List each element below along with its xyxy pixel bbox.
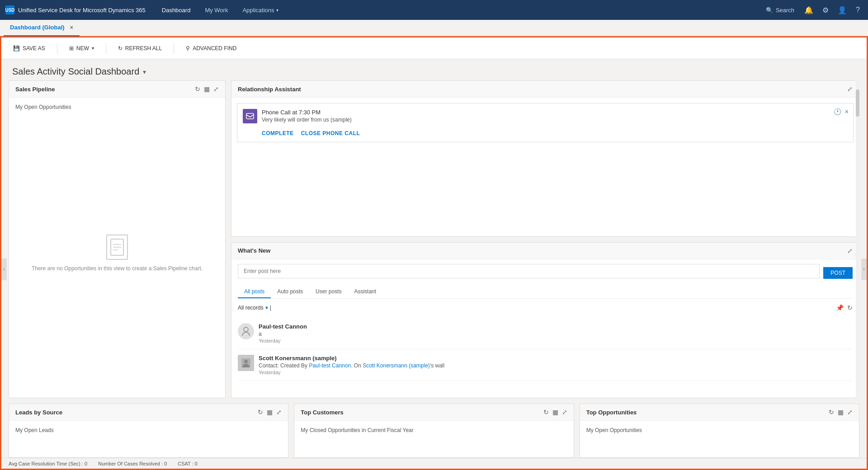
leads-by-source-body: My Open Leads xyxy=(9,421,288,457)
sales-pipeline-chart-icon[interactable]: ▦ xyxy=(204,85,210,93)
list-item: Paul-test Cannon a Yesterday xyxy=(238,318,853,349)
ra-card-clock-icon[interactable]: 🕐 xyxy=(834,108,841,115)
top-customers-chart-icon[interactable]: ▦ xyxy=(552,409,558,416)
leads-by-source-title: Leads by Source xyxy=(15,409,62,416)
top-opportunities-widget: Top Opportunities ↻ ▦ ⤢ My Open Opportun… xyxy=(580,404,859,458)
ra-card-close-icon[interactable]: × xyxy=(845,108,849,115)
svg-rect-4 xyxy=(246,113,254,119)
refresh-posts-icon[interactable]: ↻ xyxy=(847,304,853,311)
new-button[interactable]: ⊞ NEW ▾ xyxy=(65,42,99,54)
dashboard-header: Sales Activity Social Dashboard ▾ xyxy=(1,59,867,80)
whats-new-title: What's New xyxy=(238,247,270,254)
relationship-assistant-header: Relationship Assistant ⤢ xyxy=(231,81,859,98)
nav-applications[interactable]: Applications ▾ xyxy=(235,0,285,20)
dashboard-top-row: Sales Pipeline ↻ ▦ ⤢ My Open Opportuniti… xyxy=(7,80,861,398)
top-customers-refresh-icon[interactable]: ↻ xyxy=(543,409,549,416)
post-input[interactable] xyxy=(238,264,820,278)
top-customers-body: My Closed Opportunities in Current Fisca… xyxy=(294,421,573,457)
save-as-button[interactable]: 💾 SAVE AS xyxy=(9,42,50,54)
top-opps-refresh-icon[interactable]: ↻ xyxy=(829,409,834,416)
advanced-find-button[interactable]: ⚲ ADVANCED FIND xyxy=(181,42,241,54)
dashboard-dropdown-icon[interactable]: ▾ xyxy=(143,68,146,75)
tab-auto-posts[interactable]: Auto posts xyxy=(271,286,309,298)
leads-expand-icon[interactable]: ⤢ xyxy=(276,409,282,416)
new-icon: ⊞ xyxy=(69,45,74,52)
nav-items: Dashboard My Work Applications ▾ xyxy=(155,0,762,20)
avatar xyxy=(238,355,254,371)
leads-by-source-widget: Leads by Source ↻ ▦ ⤢ My Open Leads xyxy=(9,404,288,458)
scroll-thumb[interactable] xyxy=(856,89,859,117)
nav-dashboard[interactable]: Dashboard xyxy=(155,0,198,20)
whats-new-expand-icon[interactable]: ⤢ xyxy=(847,247,853,254)
top-customers-subtitle: My Closed Opportunities in Current Fisca… xyxy=(301,427,567,433)
tab-all-posts[interactable]: All posts xyxy=(238,286,271,298)
top-customers-widget: Top Customers ↻ ▦ ⤢ My Closed Opportunit… xyxy=(294,404,574,458)
post-input-area: POST xyxy=(238,264,853,282)
ra-complete-link[interactable]: COMPLETE xyxy=(262,130,294,136)
leads-chart-icon[interactable]: ▦ xyxy=(267,409,273,416)
top-opps-expand-icon[interactable]: ⤢ xyxy=(847,409,853,416)
nav-my-work[interactable]: My Work xyxy=(198,0,235,20)
top-opportunities-header: Top Opportunities ↻ ▦ ⤢ xyxy=(580,404,859,421)
sales-pipeline-title: Sales Pipeline xyxy=(15,86,55,93)
user-icon: 👤 xyxy=(838,6,847,14)
relationship-assistant-body: Phone Call at 7:30 PM Very likely will o… xyxy=(231,98,859,236)
top-opportunities-subtitle: My Open Opportunities xyxy=(586,427,853,433)
save-icon: 💾 xyxy=(13,45,20,52)
scott-wall-link[interactable]: Scott Konersmann (sample) xyxy=(363,362,430,369)
whats-new-body: POST All posts Auto posts User posts Ass… xyxy=(231,259,859,398)
paul-cannon-link[interactable]: Paul-test Cannon xyxy=(309,362,351,369)
left-collapse-button[interactable]: › xyxy=(1,258,7,280)
top-customers-expand-icon[interactable]: ⤢ xyxy=(562,409,567,416)
records-filter-label: All records ▾ | xyxy=(238,305,271,311)
avg-case-status: Avg Case Resolution Time (Sec) : 0 xyxy=(9,461,87,466)
top-opps-chart-icon[interactable]: ▦ xyxy=(838,409,844,416)
csat-status: CSAT : 0 xyxy=(178,461,198,466)
top-customers-title: Top Customers xyxy=(301,409,343,416)
records-filter-actions: 📌 ↻ xyxy=(836,304,853,311)
right-collapse-button[interactable]: ‹ xyxy=(861,258,867,280)
top-opportunities-body: My Open Opportunities xyxy=(580,421,859,457)
help-icon: ? xyxy=(856,6,860,14)
leads-by-source-actions: ↻ ▦ ⤢ xyxy=(258,409,282,416)
filter-dropdown-icon[interactable]: ▾ xyxy=(265,305,268,311)
main-container: 💾 SAVE AS ⊞ NEW ▾ ↻ REFRESH ALL ⚲ ADVANC… xyxy=(0,36,868,470)
status-bar: Avg Case Resolution Time (Sec) : 0 Numbe… xyxy=(1,458,867,469)
help-button[interactable]: ? xyxy=(853,4,863,16)
relationship-assistant-title: Relationship Assistant xyxy=(238,86,301,93)
applications-dropdown-icon: ▾ xyxy=(276,8,278,13)
post-button[interactable]: POST xyxy=(823,267,853,279)
svg-point-5 xyxy=(244,327,248,332)
search-button[interactable]: 🔍 Search xyxy=(762,5,798,15)
refresh-icon: ↻ xyxy=(118,45,123,52)
tab-dashboard-global[interactable]: Dashboard (Global) × xyxy=(4,20,80,36)
tab-close-icon[interactable]: × xyxy=(70,24,73,31)
empty-state-icon xyxy=(106,235,128,260)
toolbar-separator2 xyxy=(106,43,106,54)
toolbar-separator xyxy=(57,43,57,54)
pin-icon[interactable]: 📌 xyxy=(836,304,844,311)
notifications-button[interactable]: 🔔 xyxy=(802,4,816,16)
user-menu-button[interactable]: 👤 xyxy=(835,4,849,16)
toolbar: 💾 SAVE AS ⊞ NEW ▾ ↻ REFRESH ALL ⚲ ADVANC… xyxy=(1,38,867,59)
relationship-assistant-card: Phone Call at 7:30 PM Very likely will o… xyxy=(237,103,854,142)
post-tabs: All posts Auto posts User posts Assistan… xyxy=(238,286,853,299)
ra-close-phone-link[interactable]: CLOSE PHONE CALL xyxy=(301,130,360,136)
tab-assistant[interactable]: Assistant xyxy=(348,286,382,298)
ra-card-icon xyxy=(243,109,257,123)
sales-pipeline-refresh-icon[interactable]: ↻ xyxy=(195,85,200,93)
settings-button[interactable]: ⚙ xyxy=(820,4,831,16)
toolbar-separator3 xyxy=(174,43,174,54)
sales-pipeline-expand-icon[interactable]: ⤢ xyxy=(213,85,219,93)
dashboard-title: Sales Activity Social Dashboard xyxy=(12,66,139,77)
tab-user-posts[interactable]: User posts xyxy=(309,286,348,298)
sales-pipeline-subtitle: My Open Opportunities xyxy=(15,104,219,110)
scroll-track xyxy=(856,80,859,398)
top-customers-actions: ↻ ▦ ⤢ xyxy=(543,409,567,416)
refresh-all-button[interactable]: ↻ REFRESH ALL xyxy=(113,42,166,54)
leads-refresh-icon[interactable]: ↻ xyxy=(258,409,263,416)
leads-by-source-header: Leads by Source ↻ ▦ ⤢ xyxy=(9,404,288,421)
sales-pipeline-widget: Sales Pipeline ↻ ▦ ⤢ My Open Opportuniti… xyxy=(9,80,226,398)
cases-resolved-status: Number Of Cases Resolved : 0 xyxy=(98,461,167,466)
relationship-assistant-expand-icon[interactable]: ⤢ xyxy=(847,85,853,93)
